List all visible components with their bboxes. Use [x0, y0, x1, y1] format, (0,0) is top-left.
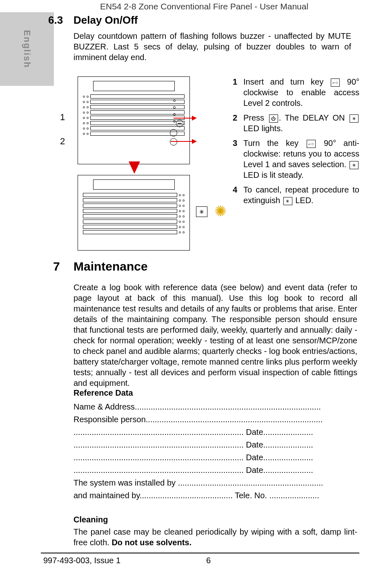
clock-button-icon: ⏻: [269, 114, 278, 123]
ref-line-date: ........................................…: [74, 439, 357, 451]
led-glow-icon: [209, 199, 232, 222]
footer-page-number: 6: [206, 556, 211, 565]
callout-line: [174, 118, 192, 119]
footer-rule: [41, 553, 359, 553]
ref-line-responsible-person: Responsible person......................…: [74, 413, 357, 426]
diagram-callout-1: 1: [60, 112, 65, 123]
delay-led-icon: ⛯: [283, 197, 292, 205]
reference-data-lines: Name & Address..........................…: [74, 401, 357, 502]
footer-document-id: 997-493-003, Issue 1: [43, 556, 120, 565]
key-icon: ⌐○: [307, 140, 316, 148]
pointer-arrow-icon: [192, 139, 197, 144]
step-4: 4 To cancel, repeat procedure to extingu…: [233, 184, 359, 206]
section-number-63: 6.3: [48, 14, 63, 27]
pointer-arrow-icon: [192, 116, 197, 121]
section-title-maintenance: Maintenance: [74, 260, 148, 273]
step-text: Turn the key: [243, 139, 306, 148]
cleaning-body: The panel case may be cleaned periodical…: [74, 526, 357, 548]
key-icon: ⌐○: [331, 78, 340, 87]
delay-led-icon: ⛯: [196, 206, 207, 217]
step-text: Press: [243, 113, 268, 122]
maintenance-body: Create a log book with reference data (s…: [74, 282, 357, 388]
document-header: EN54 2-8 Zone Conventional Fire Panel - …: [100, 2, 308, 11]
panel-diagram-top: [78, 76, 190, 164]
step-3: 3 Turn the key ⌐○ 90° anti-clockwise: re…: [233, 138, 359, 180]
section-title-delay: Delay On/Off: [74, 14, 138, 27]
section-number-7: 7: [53, 260, 60, 273]
keyswitch-icon: [176, 120, 183, 127]
delay-led-icon: ⛯: [350, 161, 359, 169]
cleaning-warning: Do not use solvents.: [111, 538, 192, 547]
step-text: LED is lit steady.: [243, 170, 303, 179]
ref-line-installed-by: The system was installed by ............…: [74, 477, 357, 489]
step-text: Insert and turn key: [243, 77, 330, 86]
ref-line-date: ........................................…: [74, 426, 357, 439]
diagram-callout-2: 2: [60, 136, 65, 147]
delay-led-icon: ⛯: [350, 114, 359, 123]
down-arrow-icon: [129, 161, 140, 174]
reference-data-heading: Reference Data: [74, 388, 133, 398]
step-text: LED.: [293, 196, 314, 205]
step-number: 2: [233, 112, 243, 134]
language-tab-label: English: [22, 30, 32, 68]
section-63-intro: Delay countdown pattern of flashing foll…: [74, 31, 351, 63]
ref-line-name-address: Name & Address..........................…: [74, 401, 357, 413]
cleaning-heading: Cleaning: [74, 515, 108, 524]
step-number: 4: [233, 184, 243, 206]
step-number: 1: [233, 76, 243, 108]
language-tab: English: [0, 12, 54, 86]
step-number: 3: [233, 138, 243, 180]
callout-line: [171, 141, 192, 142]
panel-diagram-bottom: [78, 175, 190, 251]
ref-line-date: ........................................…: [74, 464, 357, 477]
panel-button-icon: [170, 138, 177, 146]
ref-line-date: ........................................…: [74, 451, 357, 464]
step-text: LED lights.: [243, 124, 283, 133]
step-2: 2 Press ⏻. The DELAY ON ⛯ LED lights.: [233, 112, 359, 134]
ref-line-maintained-by: and maintained by.......................…: [74, 489, 357, 502]
step-1: 1 Insert and turn key ⌐○ 90° clockwise t…: [233, 76, 359, 108]
step-text: . The DELAY ON: [279, 113, 349, 122]
panel-button-icon: [170, 129, 177, 137]
procedure-steps: 1 Insert and turn key ⌐○ 90° clockwise t…: [233, 76, 359, 210]
